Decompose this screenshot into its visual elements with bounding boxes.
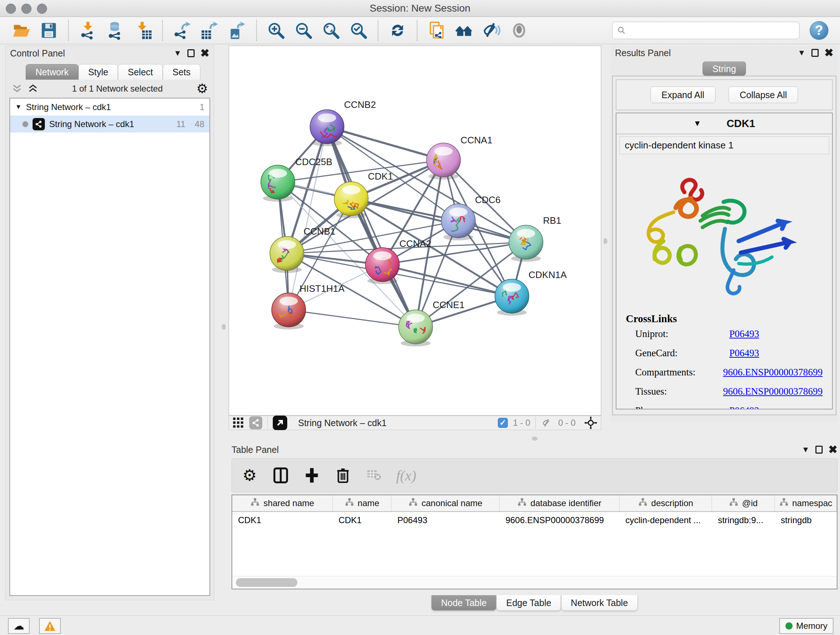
- table-cell[interactable]: CDK1: [333, 512, 392, 529]
- table-settings-button[interactable]: ⚙: [240, 466, 259, 485]
- network-view-title: String Network – cdk1: [298, 418, 493, 428]
- table-cell[interactable]: 9606.ENSP00000378699: [500, 512, 620, 529]
- delete-table-button[interactable]: [365, 466, 383, 485]
- column-header[interactable]: database identifier: [500, 495, 620, 511]
- selected-nodes-checkbox[interactable]: ✓: [498, 418, 508, 428]
- table-cell[interactable]: CDK1: [232, 512, 333, 529]
- crosslink-label: Pharos:: [635, 405, 729, 409]
- column-header[interactable]: canonical name: [392, 495, 500, 511]
- export-image-button[interactable]: [225, 19, 249, 42]
- create-column-button[interactable]: [303, 466, 321, 485]
- grid-view-button[interactable]: [233, 417, 244, 429]
- crosslink-link[interactable]: 9606.ENSP00000378699: [723, 367, 823, 378]
- export-network-button[interactable]: [170, 19, 194, 42]
- crosslink-link[interactable]: 9606.ENSP00000378699: [723, 386, 823, 397]
- crosslink-link[interactable]: P06493: [729, 328, 759, 340]
- show-hidden-button[interactable]: [507, 19, 531, 42]
- zoom-in-button[interactable]: [264, 19, 288, 42]
- pan-crosshair-button[interactable]: [584, 416, 597, 429]
- column-header[interactable]: name: [333, 495, 392, 511]
- crosslink-link[interactable]: P06493: [729, 405, 759, 409]
- float-panel-button[interactable]: [187, 49, 195, 57]
- collapse-all-button[interactable]: Collapse All: [729, 87, 798, 103]
- function-builder-button[interactable]: f(x): [396, 466, 416, 485]
- network-options-gear-icon[interactable]: ⚙: [196, 82, 208, 95]
- table-cell[interactable]: stringdb:9...: [712, 512, 775, 529]
- open-session-button[interactable]: [9, 19, 33, 42]
- save-session-button[interactable]: [37, 19, 61, 42]
- tab-network-table[interactable]: Network Table: [561, 595, 638, 611]
- tab-string[interactable]: String: [703, 62, 745, 76]
- tab-select[interactable]: Select: [118, 64, 163, 80]
- horizontal-scrollbar[interactable]: [232, 576, 837, 589]
- svg-text:CCNA2: CCNA2: [399, 238, 431, 249]
- float-panel-button[interactable]: [812, 49, 819, 57]
- save-icon: [39, 21, 58, 40]
- gray-eye-icon: [510, 21, 529, 40]
- close-panel-button[interactable]: ✖: [829, 444, 837, 455]
- export-table-icon: [200, 21, 219, 40]
- home-button[interactable]: [452, 19, 476, 42]
- crosslink-row: GeneCard: P06493: [635, 348, 823, 359]
- zoom-in-icon: [267, 21, 286, 40]
- horizontal-splitter-handle[interactable]: [532, 437, 538, 440]
- delete-column-button[interactable]: [334, 466, 352, 485]
- collapse-all-networks-button[interactable]: [27, 84, 38, 93]
- table-cell[interactable]: cyclin-dependent ...: [620, 512, 712, 529]
- expand-all-button[interactable]: Expand All: [651, 87, 715, 103]
- collection-expand-triangle[interactable]: ▼: [15, 103, 22, 111]
- collapse-node-triangle[interactable]: ▼: [693, 119, 701, 128]
- cloud-status-button[interactable]: ☁: [8, 618, 30, 634]
- birdseye-button[interactable]: [273, 416, 287, 430]
- column-header[interactable]: namespac: [775, 495, 837, 511]
- zoom-fit-button[interactable]: [319, 19, 343, 42]
- collapse-panel-button[interactable]: ▼: [802, 446, 810, 454]
- tab-network[interactable]: Network: [26, 64, 79, 80]
- close-panel-button[interactable]: ✖: [201, 48, 210, 59]
- network-from-selection-button[interactable]: [425, 19, 448, 42]
- expand-all-networks-button[interactable]: [11, 84, 22, 93]
- column-header[interactable]: description: [620, 495, 712, 511]
- tab-edge-table[interactable]: Edge Table: [496, 595, 561, 611]
- hide-selected-button[interactable]: [480, 19, 504, 42]
- vertical-splitter-handle[interactable]: [222, 324, 226, 330]
- help-button[interactable]: ?: [810, 21, 829, 40]
- collapse-panel-button[interactable]: ▼: [174, 49, 182, 57]
- node-result-header[interactable]: ▼ CDK1: [616, 113, 832, 134]
- network-canvas[interactable]: CCNB2CCNA1CDC25BCDK1CDC6RB1CCNB1CCNA2CDK…: [229, 46, 601, 416]
- network-list: ▼ String Network – cdk1 1 String Network…: [9, 98, 210, 596]
- network-collection-row[interactable]: ▼ String Network – cdk1 1: [10, 98, 210, 116]
- table-row[interactable]: CDK1CDK1P064939606.ENSP00000378699cyclin…: [232, 512, 837, 529]
- crosslink-link[interactable]: P06493: [729, 348, 759, 359]
- crosshair-icon: [584, 416, 597, 429]
- show-columns-button[interactable]: [272, 466, 290, 485]
- zoom-selected-button[interactable]: [347, 19, 370, 42]
- network-row-selected[interactable]: String Network – cdk1 11 48: [10, 116, 210, 133]
- import-network-button[interactable]: [76, 19, 100, 42]
- table-cell[interactable]: P06493: [392, 512, 500, 529]
- column-header[interactable]: @id: [712, 495, 775, 511]
- refresh-button[interactable]: [386, 19, 409, 42]
- warning-icon: [44, 621, 56, 631]
- import-table-button[interactable]: [131, 19, 155, 42]
- svg-text:CCNE1: CCNE1: [433, 299, 464, 310]
- float-panel-button[interactable]: [815, 446, 823, 454]
- network-share-view-button[interactable]: [249, 416, 262, 429]
- close-panel-button[interactable]: ✖: [824, 48, 834, 58]
- memory-button[interactable]: Memory: [779, 618, 834, 634]
- tab-sets[interactable]: Sets: [163, 64, 201, 80]
- scrollbar-thumb[interactable]: [236, 578, 297, 587]
- import-database-button[interactable]: [103, 19, 127, 42]
- column-header[interactable]: shared name: [232, 495, 333, 511]
- collapse-panel-button[interactable]: ▼: [798, 49, 806, 57]
- warnings-button[interactable]: [39, 618, 61, 634]
- table-tabs: Node Table Edge Table Network Table: [232, 595, 837, 611]
- column-type-icon: [729, 498, 738, 509]
- vertical-splitter-handle[interactable]: [603, 238, 607, 244]
- tab-style[interactable]: Style: [79, 64, 118, 80]
- search-input[interactable]: [629, 25, 795, 36]
- table-cell[interactable]: stringdb: [775, 512, 837, 529]
- tab-node-table[interactable]: Node Table: [431, 595, 496, 611]
- zoom-out-button[interactable]: [292, 19, 316, 42]
- export-table-button[interactable]: [197, 19, 221, 42]
